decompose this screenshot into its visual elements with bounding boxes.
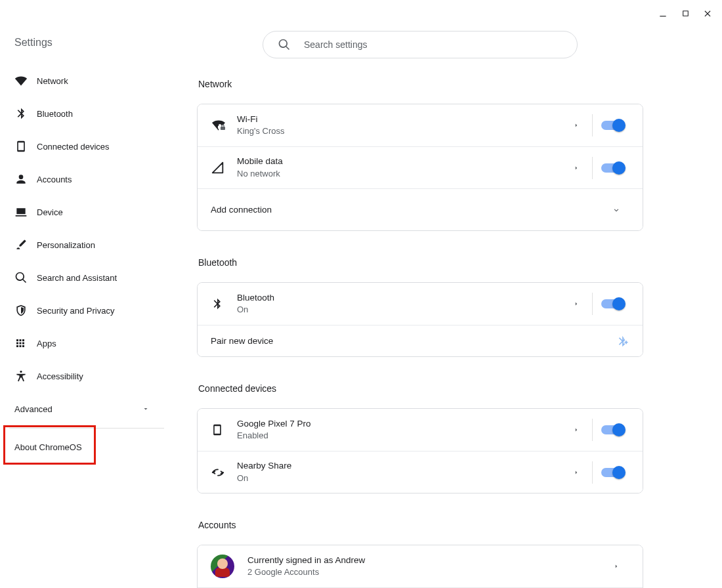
- apps-grid-icon: [14, 337, 37, 349]
- sidebar-item-label: Apps: [37, 339, 56, 348]
- separator: [592, 419, 593, 441]
- window-minimize-button[interactable]: [654, 5, 672, 21]
- account-sub: 2 Google Accounts: [247, 567, 603, 578]
- pair-device-row[interactable]: Pair new device: [198, 325, 643, 356]
- shield-icon: [14, 304, 37, 317]
- phone-title: Google Pixel 7 Pro: [237, 418, 563, 430]
- svg-rect-0: [221, 127, 225, 130]
- wifi-title: Wi-Fi: [237, 114, 563, 125]
- phone-row[interactable]: Google Pixel 7 Pro Enabled: [198, 409, 643, 451]
- connected-devices-panel: Google Pixel 7 Pro Enabled Nearby Share …: [197, 408, 643, 494]
- chevron-right-icon: [563, 165, 589, 171]
- window-controls: [654, 5, 717, 21]
- wifi-sub: King's Cross: [237, 126, 563, 137]
- phone-toggle[interactable]: [601, 425, 624, 434]
- nearby-share-row[interactable]: Nearby Share On: [198, 451, 643, 493]
- chevron-right-icon: [563, 301, 589, 307]
- phone-sub: Enabled: [237, 430, 563, 442]
- laptop-icon: [14, 205, 37, 219]
- chevron-down-icon: [603, 205, 629, 215]
- sidebar-item-label: Accessibility: [37, 371, 83, 381]
- section-title-bluetooth: Bluetooth: [198, 257, 643, 268]
- separator: [592, 157, 593, 179]
- sidebar-item-label: About ChromeOS: [14, 442, 82, 452]
- mobile-sub: No network: [237, 169, 563, 180]
- pair-device-label: Pair new device: [211, 335, 616, 347]
- sidebar-item-label: Personalization: [37, 240, 95, 250]
- sidebar-item-accessibility[interactable]: Accessibility: [0, 360, 164, 392]
- sidebar-item-personalization[interactable]: Personalization: [0, 228, 164, 261]
- brush-icon: [14, 238, 37, 251]
- sidebar-item-security-privacy[interactable]: Security and Privacy: [0, 294, 164, 327]
- main-content: Network Wi-Fi King's Cross Mobile data N…: [197, 79, 643, 588]
- section-title-network: Network: [198, 79, 643, 89]
- search-input[interactable]: [303, 39, 565, 51]
- add-connection-label: Add connection: [211, 204, 603, 216]
- sidebar-item-label: Network: [37, 76, 68, 86]
- bluetooth-sub: On: [237, 304, 563, 316]
- sidebar: Settings Network Bluetooth Connected dev…: [0, 0, 164, 588]
- wifi-row[interactable]: Wi-Fi King's Cross: [198, 104, 643, 146]
- add-connection-row[interactable]: Add connection: [198, 188, 643, 230]
- phone-icon: [211, 423, 237, 436]
- accessibility-icon: [14, 369, 37, 383]
- person-icon: [14, 173, 37, 186]
- sidebar-item-label: Device: [37, 207, 63, 217]
- sidebar-item-accounts[interactable]: Accounts: [0, 163, 164, 196]
- sidebar-item-label: Accounts: [37, 175, 72, 184]
- bluetooth-title: Bluetooth: [237, 292, 563, 304]
- nearby-share-icon: [211, 465, 237, 480]
- sidebar-divider: [9, 428, 164, 429]
- nearby-share-toggle[interactable]: [601, 468, 624, 477]
- search-icon: [14, 271, 37, 284]
- accounts-panel: Currently signed in as Andrew 2 Google A…: [197, 545, 643, 588]
- nearby-sub: On: [237, 473, 563, 484]
- account-row[interactable]: Currently signed in as Andrew 2 Google A…: [198, 545, 643, 587]
- separator: [592, 114, 593, 136]
- wifi-toggle[interactable]: [601, 121, 624, 130]
- chevron-right-icon: [563, 427, 589, 433]
- sidebar-item-device[interactable]: Device: [0, 196, 164, 228]
- chevron-down-icon: [142, 405, 150, 413]
- account-title: Currently signed in as Andrew: [247, 555, 603, 566]
- section-title-accounts: Accounts: [198, 520, 643, 530]
- avatar: [211, 555, 247, 578]
- separator: [592, 461, 593, 484]
- sidebar-item-search-assistant[interactable]: Search and Assistant: [0, 261, 164, 294]
- window-maximize-button[interactable]: [676, 5, 694, 21]
- separator: [592, 293, 593, 315]
- mobile-title: Mobile data: [237, 156, 563, 167]
- mobile-data-toggle[interactable]: [601, 163, 624, 173]
- chevron-right-icon: [563, 122, 589, 129]
- sidebar-item-apps[interactable]: Apps: [0, 327, 164, 360]
- bluetooth-toggle[interactable]: [601, 299, 624, 308]
- bluetooth-row[interactable]: Bluetooth On: [198, 283, 643, 325]
- bluetooth-icon: [14, 107, 37, 120]
- app-title: Settings: [0, 37, 164, 64]
- search-bar: [263, 31, 578, 58]
- sidebar-item-network[interactable]: Network: [0, 64, 164, 97]
- minimize-icon: [658, 9, 668, 18]
- network-panel: Wi-Fi King's Cross Mobile data No networ…: [197, 104, 643, 231]
- maximize-icon: [681, 9, 690, 18]
- sidebar-item-connected-devices[interactable]: Connected devices: [0, 130, 164, 163]
- sidebar-item-about-chromeos[interactable]: About ChromeOS: [0, 431, 164, 463]
- mobile-data-row[interactable]: Mobile data No network: [198, 146, 643, 188]
- bluetooth-pair-icon: [616, 335, 629, 348]
- nearby-title: Nearby Share: [237, 460, 563, 472]
- chevron-right-icon: [603, 563, 629, 570]
- sidebar-item-label: Advanced: [14, 404, 53, 414]
- chevron-right-icon: [563, 469, 589, 476]
- sidebar-item-label: Security and Privacy: [37, 306, 115, 316]
- search-icon: [278, 38, 291, 51]
- cellular-icon: [211, 161, 237, 175]
- window-close-button[interactable]: [698, 5, 717, 21]
- wifi-icon: [14, 74, 37, 87]
- sidebar-item-label: Connected devices: [37, 142, 110, 152]
- sidebar-item-advanced[interactable]: Advanced: [0, 392, 164, 425]
- sidebar-item-bluetooth[interactable]: Bluetooth: [0, 97, 164, 130]
- phone-icon: [14, 140, 37, 153]
- sidebar-item-label: Bluetooth: [37, 109, 73, 119]
- close-icon: [703, 9, 712, 18]
- bluetooth-panel: Bluetooth On Pair new device: [197, 282, 643, 357]
